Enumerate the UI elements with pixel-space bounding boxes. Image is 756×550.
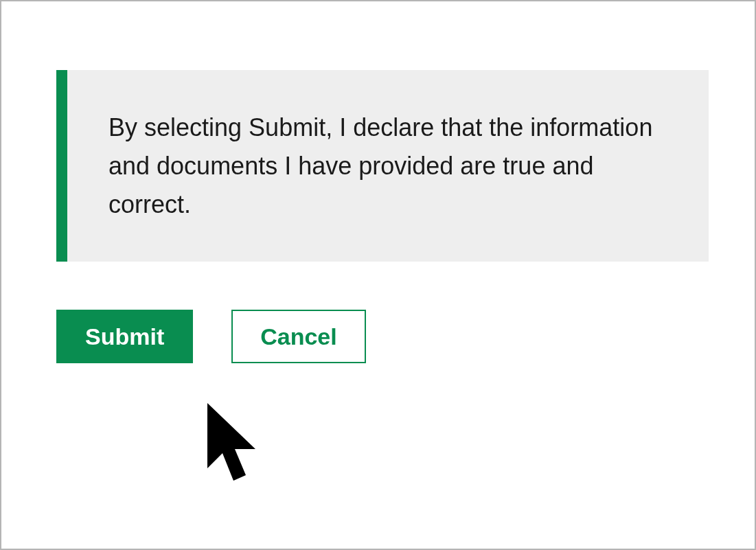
button-row: Submit Cancel: [56, 310, 708, 363]
cursor-icon: [201, 400, 269, 496]
submit-button[interactable]: Submit: [56, 310, 193, 363]
dialog-frame: By selecting Submit, I declare that the …: [0, 0, 756, 550]
cancel-button[interactable]: Cancel: [231, 310, 366, 363]
declaration-text: By selecting Submit, I declare that the …: [108, 108, 667, 223]
declaration-panel: By selecting Submit, I declare that the …: [56, 70, 709, 262]
